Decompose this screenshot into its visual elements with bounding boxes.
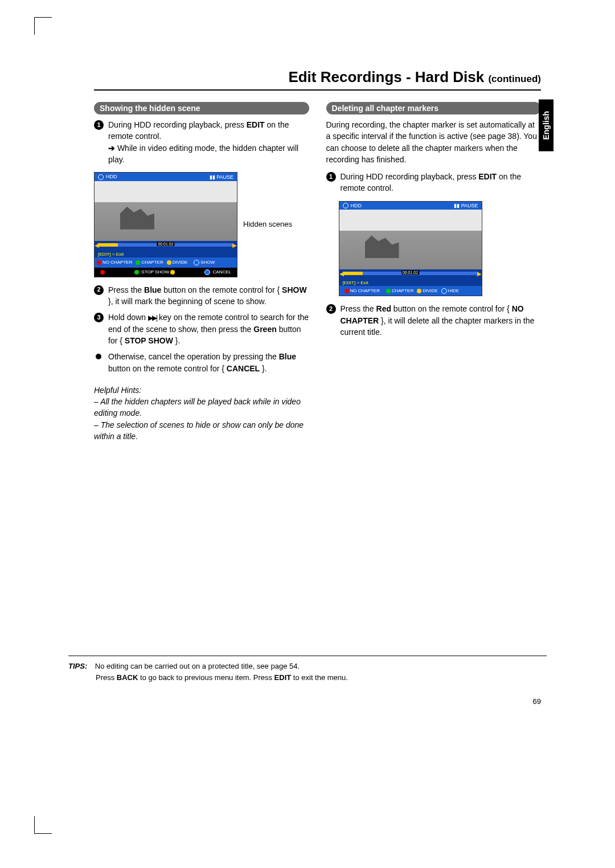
bullet-cancel: Otherwise, cancel the operation by press… [94,351,309,374]
figure-hidden-scenes: HDD ▮▮ PAUSE ◀ 00:01:02 ▶ [EDIT] = Exit … [94,172,309,277]
step-1-right: 1 During HDD recording playback, press E… [326,171,542,194]
crop-mark-bl [34,816,52,834]
page-number: 69 [533,697,541,706]
section-header-showing: Showing the hidden scene [94,102,309,114]
page-title: Edit Recordings - Hard Disk (continued) [94,68,541,91]
arrow-icon: ➔ [108,144,115,153]
language-tab: English [539,100,554,152]
figure-caption: Hidden scenes [243,220,292,230]
left-column: Showing the hidden scene 1 During HDD re… [94,102,309,442]
screenshot-image [95,181,237,241]
figure-no-chapter: HDD ▮▮ PAUSE ◀ 00:01:02 ▶ [EDIT] = Exit … [339,201,542,297]
step-3-left: 3 Hold down ▶▶| key on the remote contro… [94,312,309,346]
right-column: Deleting all chapter markers During reco… [326,102,542,442]
section-header-deleting: Deleting all chapter markers [326,102,542,114]
fast-forward-icon: ▶▶| [148,313,157,323]
step-2-left: 2 Press the Blue button on the remote co… [94,284,309,308]
step-badge-2r: 2 [326,304,336,314]
bullet-icon [96,354,101,359]
intro-paragraph: During recording, the chapter marker is … [326,119,542,165]
step-badge-1r: 1 [326,172,336,182]
step-badge-2: 2 [94,285,104,295]
title-continued: (continued) [488,73,541,84]
title-main: Edit Recordings - Hard Disk [288,68,484,85]
step-2-right: 2 Press the Red button on the remote con… [326,303,542,338]
tips-footer: TIPS: No editing can be carried out on a… [68,656,547,683]
tips-label: TIPS: [68,662,87,670]
step-badge-1: 1 [94,120,104,130]
helpful-hints: Helpful Hints: – All the hidden chapters… [94,384,309,442]
screenshot-image [339,210,482,269]
step-badge-3: 3 [94,313,104,322]
step-1-left: 1 During HDD recording playback, press E… [94,119,309,165]
